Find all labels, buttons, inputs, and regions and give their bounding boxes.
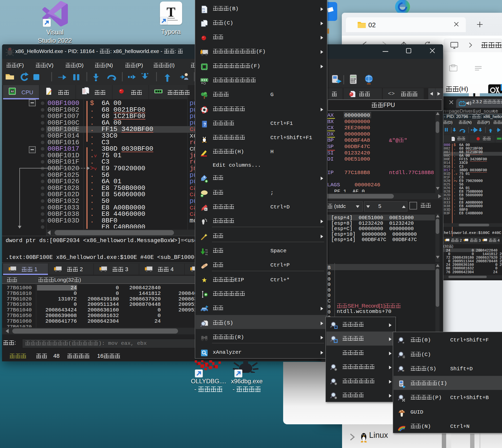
svg-text:01: 01 xyxy=(205,253,208,256)
svg-text:10: 10 xyxy=(202,10,205,13)
svg-text:?: ? xyxy=(204,122,206,127)
svg-text:32: 32 xyxy=(11,90,14,93)
svg-text:01: 01 xyxy=(205,249,208,251)
svg-text:A: A xyxy=(492,109,495,113)
svg-text:32: 32 xyxy=(8,48,11,51)
svg-text:10: 10 xyxy=(205,251,208,253)
svg-text:01: 01 xyxy=(202,8,205,10)
svg-text:“: “ xyxy=(402,369,404,374)
